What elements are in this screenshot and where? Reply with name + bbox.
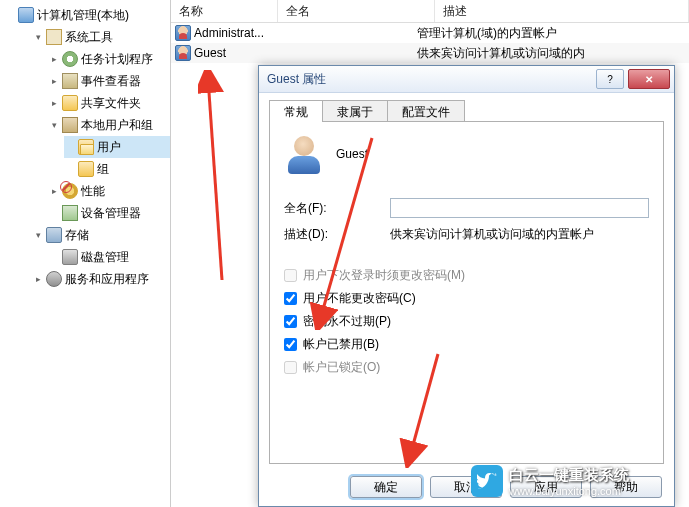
fullname-input[interactable]: [390, 198, 649, 218]
tree-label: 设备管理器: [81, 203, 141, 223]
chk-cannot-change-password-box[interactable]: [284, 292, 297, 305]
chk-password-never-expires[interactable]: 密码永不过期(P): [284, 313, 649, 330]
tree-label: 服务和应用程序: [65, 269, 149, 289]
apply-button[interactable]: 应用: [510, 476, 582, 498]
chk-password-never-expires-box[interactable]: [284, 315, 297, 328]
close-button[interactable]: ✕: [628, 69, 670, 89]
ok-button[interactable]: 确定: [350, 476, 422, 498]
tree-label: 存储: [65, 225, 89, 245]
expand-icon[interactable]: ▸: [34, 275, 43, 284]
col-header-name[interactable]: 名称: [171, 0, 278, 22]
chk-account-disabled-box[interactable]: [284, 338, 297, 351]
clock-icon: [62, 51, 78, 67]
spacer: [50, 253, 59, 262]
tree-node-performance[interactable]: ▸ 性能: [48, 180, 170, 202]
event-icon: [62, 73, 78, 89]
chk-label: 用户下次登录时须更改密码(M): [303, 267, 465, 284]
collapse-icon[interactable]: ▾: [34, 231, 43, 240]
tree-node-computer-management[interactable]: 计算机管理(本地): [16, 4, 170, 26]
list-row-guest[interactable]: Guest 供来宾访问计算机或访问域的内: [171, 43, 689, 63]
shared-folder-icon: [62, 95, 78, 111]
tree-label: 用户: [97, 137, 121, 157]
disk-icon: [62, 249, 78, 265]
users-groups-icon: [62, 117, 78, 133]
tree-label: 本地用户和组: [81, 115, 153, 135]
device-icon: [62, 205, 78, 221]
tree-node-system-tools[interactable]: ▾ 系统工具: [32, 26, 170, 48]
tree-label: 磁盘管理: [81, 247, 129, 267]
folder-open-icon: [78, 139, 94, 155]
chk-cannot-change-password[interactable]: 用户不能更改密码(C): [284, 290, 649, 307]
help-button-footer[interactable]: 帮助: [590, 476, 662, 498]
tab-panel-general: Guest 全名(F): 描述(D): 供来宾访问计算机或访问域的内置帐户 用户…: [269, 121, 664, 464]
tree-node-storage[interactable]: ▾ 存储: [32, 224, 170, 246]
chk-must-change-password-box: [284, 269, 297, 282]
tree-label: 事件查看器: [81, 71, 141, 91]
list-header: 名称 全名 描述: [171, 0, 689, 23]
computer-icon: [18, 7, 34, 23]
tabs: 常规 隶属于 配置文件: [269, 100, 664, 122]
expand-icon[interactable]: ▸: [50, 187, 59, 196]
chk-account-disabled[interactable]: 帐户已禁用(B): [284, 336, 649, 353]
tree-label: 共享文件夹: [81, 93, 141, 113]
description-label: 描述(D):: [284, 226, 384, 243]
tab-profile[interactable]: 配置文件: [387, 100, 465, 122]
chk-label: 帐户已锁定(O): [303, 359, 380, 376]
cell-name: Guest: [194, 46, 226, 60]
expand-icon[interactable]: ▸: [50, 77, 59, 86]
spacer: [66, 143, 75, 152]
tree-node-shared-folders[interactable]: ▸ 共享文件夹: [48, 92, 170, 114]
col-header-fullname[interactable]: 全名: [278, 0, 435, 22]
tree-label: 系统工具: [65, 27, 113, 47]
tree-node-disk-management[interactable]: 磁盘管理: [48, 246, 170, 268]
spacer: [50, 209, 59, 218]
chk-label: 帐户已禁用(B): [303, 336, 379, 353]
tree-node-local-users-groups[interactable]: ▾ 本地用户和组: [48, 114, 170, 136]
tree-label: 计算机管理(本地): [37, 5, 129, 25]
chk-account-locked: 帐户已锁定(O): [284, 359, 649, 376]
tree-node-device-manager[interactable]: 设备管理器: [48, 202, 170, 224]
list-body: Administrat... 管理计算机(域)的内置帐户 Guest 供来宾访问…: [171, 23, 689, 63]
tab-general[interactable]: 常规: [269, 100, 323, 122]
username-display: Guest: [336, 147, 368, 161]
services-icon: [46, 271, 62, 287]
guest-properties-dialog: Guest 属性 ? ✕ 常规 隶属于 配置文件 Guest 全名(F): 描述…: [258, 65, 675, 507]
tab-member-of[interactable]: 隶属于: [322, 100, 388, 122]
tree-label: 性能: [81, 181, 105, 201]
expand-icon[interactable]: ▸: [50, 99, 59, 108]
user-icon: [175, 25, 191, 41]
cancel-button[interactable]: 取消: [430, 476, 502, 498]
user-icon: [175, 45, 191, 61]
tree-node-users[interactable]: 用户: [64, 136, 170, 158]
cell-desc: 供来宾访问计算机或访问域的内: [417, 45, 685, 62]
chk-label: 密码永不过期(P): [303, 313, 391, 330]
dialog-title: Guest 属性: [267, 71, 596, 88]
cell-name: Administrat...: [194, 26, 264, 40]
description-value: 供来宾访问计算机或访问域的内置帐户: [390, 226, 649, 243]
storage-icon: [46, 227, 62, 243]
folder-icon: [78, 161, 94, 177]
tools-icon: [46, 29, 62, 45]
chk-label: 用户不能更改密码(C): [303, 290, 416, 307]
collapse-icon[interactable]: ▾: [34, 33, 43, 42]
tree-node-groups[interactable]: 组: [64, 158, 170, 180]
performance-icon: [62, 183, 78, 199]
tree-node-services-apps[interactable]: ▸ 服务和应用程序: [32, 268, 170, 290]
tree-label: 组: [97, 159, 109, 179]
fullname-label: 全名(F):: [284, 200, 384, 217]
list-row-administrator[interactable]: Administrat... 管理计算机(域)的内置帐户: [171, 23, 689, 43]
spacer: [66, 165, 75, 174]
tree-label: 任务计划程序: [81, 49, 153, 69]
cell-desc: 管理计算机(域)的内置帐户: [417, 25, 685, 42]
nav-tree-panel: 计算机管理(本地) ▾ 系统工具 ▸ 任务计划程序 ▸ 事件查看器 ▸: [0, 0, 171, 507]
user-avatar-icon: [284, 134, 324, 174]
chk-account-locked-box: [284, 361, 297, 374]
expand-icon[interactable]: ▸: [50, 55, 59, 64]
help-button[interactable]: ?: [596, 69, 624, 89]
tree-node-event-viewer[interactable]: ▸ 事件查看器: [48, 70, 170, 92]
chk-must-change-password: 用户下次登录时须更改密码(M): [284, 267, 649, 284]
col-header-desc[interactable]: 描述: [435, 0, 689, 22]
collapse-icon[interactable]: ▾: [50, 121, 59, 130]
tree-node-task-scheduler[interactable]: ▸ 任务计划程序: [48, 48, 170, 70]
dialog-titlebar[interactable]: Guest 属性 ? ✕: [259, 66, 674, 93]
